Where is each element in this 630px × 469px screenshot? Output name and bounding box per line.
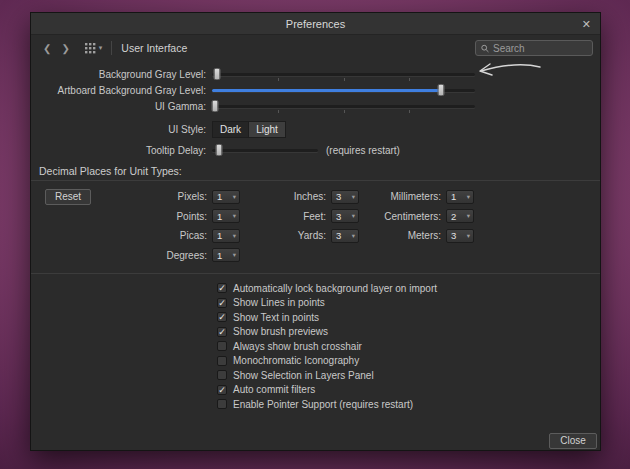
select-value: 3 [451, 230, 456, 241]
checkbox-icon[interactable] [217, 356, 227, 366]
ui-style-row: UI Style: Dark Light [31, 121, 600, 138]
inches-decimal-select[interactable]: 3 ▾ [331, 190, 359, 204]
checkbox-lock-background-layer[interactable]: ✓ Automatically lock background layer on… [217, 283, 437, 293]
background-gray-level-row: Background Gray Level: [31, 67, 600, 81]
slider-track [212, 73, 475, 76]
ui-style-dark-button[interactable]: Dark [212, 121, 249, 138]
title-bar[interactable]: Preferences ✕ [31, 13, 600, 35]
chevron-down-icon: ▾ [233, 232, 236, 240]
picas-decimal-select[interactable]: 1 ▾ [212, 229, 240, 243]
slider-thumb[interactable] [437, 84, 444, 96]
search-box[interactable] [475, 40, 593, 56]
background-gray-level-slider[interactable] [212, 67, 475, 81]
picas-label: Picas: [31, 230, 212, 241]
checkbox-label: Auto commit filters [233, 384, 315, 395]
select-value: 1 [451, 191, 456, 202]
tooltip-delay-slider[interactable] [212, 143, 318, 157]
feet-decimal-select[interactable]: 3 ▾ [331, 209, 359, 223]
checkbox-label: Monochromatic Iconography [233, 355, 359, 366]
grid-icon [85, 43, 96, 54]
slider-thumb[interactable] [214, 68, 221, 80]
close-button[interactable]: Close [549, 433, 597, 449]
checkbox-label: Automatically lock background layer on i… [233, 283, 437, 294]
ui-style-light-button[interactable]: Light [249, 121, 286, 138]
checkbox-icon[interactable]: ✓ [217, 385, 227, 395]
slider-track [212, 149, 318, 152]
points-decimal-row: Points: 1 ▾ [31, 209, 240, 224]
checkbox-enable-pointer-support[interactable]: Enable Pointer Support (requires restart… [217, 399, 437, 409]
points-decimal-select[interactable]: 1 ▾ [212, 209, 240, 223]
requires-restart-note: (requires restart) [326, 145, 400, 156]
slider-thumb[interactable] [216, 144, 223, 156]
decimal-column-2: Inches: 3 ▾ Feet: 3 ▾ Yards: [261, 189, 359, 243]
sections-grid-button[interactable]: ▾ [85, 43, 103, 54]
decimal-column-1: Pixels: 1 ▾ Points: 1 ▾ Picas: [31, 189, 240, 263]
ui-style-label: UI Style: [31, 124, 212, 135]
meters-decimal-row: Meters: 3 ▾ [371, 228, 474, 243]
preferences-dialog: Preferences ✕ ❮ ❯ ▾ User Interface [30, 12, 601, 451]
checkbox-icon[interactable] [217, 399, 227, 409]
separator [31, 180, 600, 181]
select-value: 3 [336, 230, 341, 241]
checkbox-label: Show brush previews [233, 326, 328, 337]
checkbox-icon[interactable]: ✓ [217, 283, 227, 293]
checkbox-show-lines-in-points[interactable]: ✓ Show Lines in points [217, 298, 437, 308]
centimeters-decimal-select[interactable]: 2 ▾ [446, 209, 474, 223]
ui-gamma-row: UI Gamma: [31, 99, 600, 113]
chevron-down-icon: ▾ [467, 232, 470, 240]
chevron-down-icon: ▾ [233, 212, 236, 220]
checkbox-icon[interactable] [217, 341, 227, 351]
checkbox-monochromatic-iconography[interactable]: Monochromatic Iconography [217, 356, 437, 366]
checkbox-icon[interactable]: ✓ [217, 327, 227, 337]
checkbox-always-show-brush-crosshair[interactable]: Always show brush crosshair [217, 341, 437, 351]
chevron-down-icon: ▾ [352, 212, 355, 220]
yards-decimal-row: Yards: 3 ▾ [261, 228, 359, 243]
decimal-column-3: Millimeters: 1 ▾ Centimeters: 2 ▾ Meters… [371, 189, 474, 243]
points-label: Points: [31, 211, 212, 222]
checkbox-show-brush-previews[interactable]: ✓ Show brush previews [217, 327, 437, 337]
pixels-label: Pixels: [31, 191, 212, 202]
picas-decimal-row: Picas: 1 ▾ [31, 228, 240, 243]
pixels-decimal-select[interactable]: 1 ▾ [212, 190, 240, 204]
yards-decimal-select[interactable]: 3 ▾ [331, 229, 359, 243]
centimeters-decimal-row: Centimeters: 2 ▾ [371, 209, 474, 224]
preferences-content: Background Gray Level: Artboard Backgrou… [31, 61, 600, 452]
select-value: 2 [451, 211, 456, 222]
checkbox-label: Show Text in points [233, 312, 319, 323]
checkbox-icon[interactable]: ✓ [217, 312, 227, 322]
back-button[interactable]: ❮ [38, 43, 56, 54]
window-close-icon[interactable]: ✕ [582, 13, 591, 35]
centimeters-label: Centimeters: [371, 211, 446, 222]
checkbox-show-text-in-points[interactable]: ✓ Show Text in points [217, 312, 437, 322]
slider-track [212, 105, 475, 108]
forward-button[interactable]: ❯ [56, 43, 74, 54]
millimeters-decimal-select[interactable]: 1 ▾ [446, 190, 474, 204]
tooltip-delay-row: Tooltip Delay: (requires restart) [31, 143, 600, 157]
checkbox-icon[interactable] [217, 370, 227, 380]
background-gray-level-label: Background Gray Level: [31, 69, 212, 80]
desktop-background: Preferences ✕ ❮ ❯ ▾ User Interface [0, 0, 630, 469]
chevron-down-icon: ▾ [352, 232, 355, 240]
meters-decimal-select[interactable]: 3 ▾ [446, 229, 474, 243]
degrees-label: Degrees: [31, 250, 212, 261]
checkbox-auto-commit-filters[interactable]: ✓ Auto commit filters [217, 385, 437, 395]
degrees-decimal-select[interactable]: 1 ▾ [212, 248, 240, 262]
checkbox-icon[interactable]: ✓ [217, 298, 227, 308]
toolbar-divider [111, 41, 112, 55]
checkbox-show-selection-in-layers-panel[interactable]: Show Selection in Layers Panel [217, 370, 437, 380]
pixels-decimal-row: Pixels: 1 ▾ [31, 189, 240, 204]
artboard-gray-level-slider[interactable] [212, 83, 475, 97]
chevron-down-icon: ▾ [467, 212, 470, 220]
slider-thumb[interactable] [211, 100, 218, 112]
chevron-down-icon: ▾ [467, 193, 470, 201]
feet-label: Feet: [261, 211, 331, 222]
checkbox-label: Show Selection in Layers Panel [233, 370, 374, 381]
options-checkbox-list: ✓ Automatically lock background layer on… [217, 283, 437, 409]
millimeters-label: Millimeters: [371, 191, 446, 202]
chevron-down-icon: ▾ [233, 251, 236, 259]
ui-gamma-slider[interactable] [212, 99, 475, 113]
checkbox-label: Show Lines in points [233, 297, 325, 308]
search-input[interactable] [493, 43, 587, 54]
search-icon [481, 44, 489, 53]
ui-style-segmented-control: Dark Light [212, 121, 286, 138]
